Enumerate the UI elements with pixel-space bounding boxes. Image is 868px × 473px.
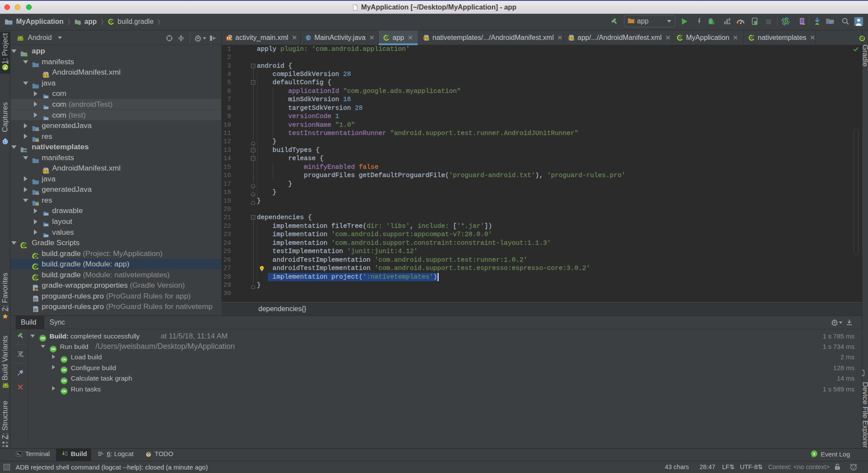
svg-text:OK: OK — [51, 347, 56, 351]
svg-text:10: 10 — [65, 454, 68, 457]
svg-text:OK: OK — [62, 390, 67, 394]
svg-text:OK: OK — [40, 337, 46, 341]
svg-text:OK: OK — [62, 368, 67, 372]
svg-text:OK: OK — [62, 358, 67, 361]
svg-text:C: C — [307, 35, 310, 40]
svg-text:OK: OK — [62, 379, 67, 383]
svg-text:2: 2 — [813, 451, 815, 456]
